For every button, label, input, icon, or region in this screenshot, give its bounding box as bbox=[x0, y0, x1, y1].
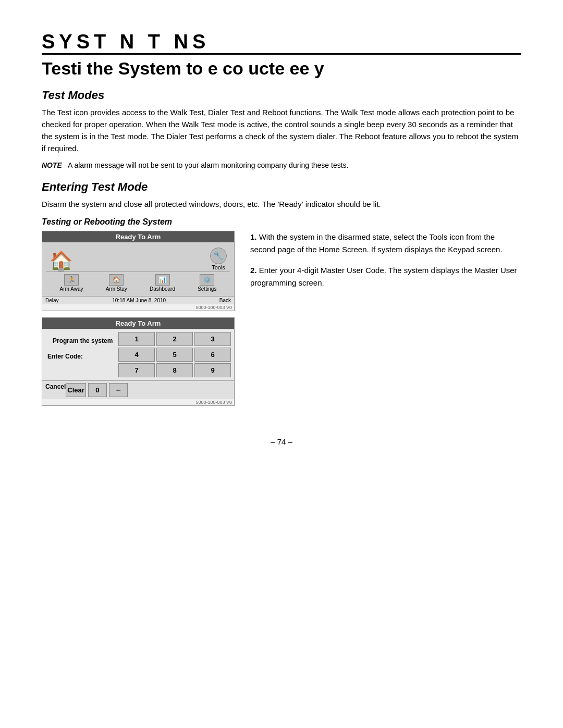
tools-area: 🔧 Tools bbox=[210, 248, 227, 270]
subsection1-para1: The Test icon provides access to the Wal… bbox=[42, 106, 521, 155]
left-column: Ready To Arm 🏠 🔧 Tools 🏃 Arm Away bbox=[42, 231, 235, 406]
step2-text: Enter your 4-digit Master User Code. The… bbox=[250, 266, 517, 287]
settings-item: ⚙️ Settings bbox=[198, 274, 216, 292]
step1-text: With the system in the disarmed state, s… bbox=[250, 232, 503, 254]
step2-number: 2. bbox=[250, 266, 257, 275]
screen1-image-id: 5000-100-003 V0 bbox=[42, 304, 234, 311]
dashboard-item: 📊 Dashboard bbox=[150, 274, 175, 292]
screen1-footer: Delay 10:18 AM June 8, 2010 Back bbox=[42, 296, 234, 304]
key-6[interactable]: 6 bbox=[194, 348, 231, 362]
settings-label: Settings bbox=[198, 286, 216, 292]
page-container: SYST N T NS Testi the System to e co uct… bbox=[42, 31, 521, 446]
footer-back: Back bbox=[219, 298, 231, 303]
tools-label: Tools bbox=[212, 264, 225, 270]
settings-icon: ⚙️ bbox=[200, 274, 214, 286]
screen1-header: Ready To Arm bbox=[42, 231, 234, 242]
screen2-box: Ready To Arm Program the system Enter Co… bbox=[42, 317, 235, 406]
two-column-layout: Ready To Arm 🏠 🔧 Tools 🏃 Arm Away bbox=[42, 231, 521, 406]
step1: 1. With the system in the disarmed state… bbox=[250, 231, 521, 256]
bottom-keys: Clear 0 ← bbox=[66, 383, 231, 397]
dashboard-label: Dashboard bbox=[150, 286, 175, 292]
key-7[interactable]: 7 bbox=[118, 363, 155, 377]
right-column: 1. With the system in the disarmed state… bbox=[250, 231, 521, 298]
key-9[interactable]: 9 bbox=[194, 363, 231, 377]
arm-away-icon: 🏃 bbox=[64, 274, 79, 286]
page-number: – 74 – bbox=[271, 437, 292, 446]
screen1-icons-row: 🏠 🔧 Tools bbox=[46, 245, 230, 272]
key-0[interactable]: 0 bbox=[88, 383, 107, 397]
chapter-title: SYST N T NS bbox=[42, 31, 521, 53]
tools-icon: 🔧 bbox=[210, 248, 227, 264]
page-footer: – 74 – bbox=[42, 437, 521, 446]
subsection1-title: Test Modes bbox=[42, 89, 521, 102]
keypad-info: Program the system Enter Code: bbox=[42, 329, 115, 380]
arm-away-item: 🏃 Arm Away bbox=[60, 274, 83, 292]
keypad-grid: 1 2 3 4 5 6 7 8 9 bbox=[115, 329, 234, 380]
program-label: Program the system bbox=[47, 333, 120, 349]
key-5[interactable]: 5 bbox=[156, 348, 193, 362]
screen1-body: 🏠 🔧 Tools 🏃 Arm Away 🏠 Ar bbox=[42, 242, 234, 296]
arm-stay-item: 🏠 Arm Stay bbox=[106, 274, 127, 292]
arm-away-label: Arm Away bbox=[60, 286, 83, 292]
key-8[interactable]: 8 bbox=[156, 363, 193, 377]
note-paragraph: NOTE A alarm message will not be sent to… bbox=[42, 160, 521, 171]
step2: 2. Enter your 4-digit Master User Code. … bbox=[250, 264, 521, 289]
footer-delay: Delay bbox=[45, 298, 59, 303]
screen2-image-id: 5000-100-003 V0 bbox=[42, 399, 234, 405]
keypad-bottom-row: Cancel Clear 0 ← bbox=[42, 380, 234, 399]
key-4[interactable]: 4 bbox=[118, 348, 155, 362]
screen2-header: Ready To Arm bbox=[42, 318, 234, 329]
section-title: Testi the System to e co ucte ee y bbox=[42, 58, 521, 79]
arm-stay-icon: 🏠 bbox=[109, 274, 124, 286]
enter-code-label: Enter Code: bbox=[47, 353, 110, 360]
key-1[interactable]: 1 bbox=[118, 332, 155, 346]
screen2-body: Program the system Enter Code: 1 2 3 4 5… bbox=[42, 329, 234, 380]
step1-number: 1. bbox=[250, 232, 257, 241]
subsubsection-title: Testing or Rebooting the System bbox=[42, 217, 521, 227]
screen1-bottom-icons: 🏃 Arm Away 🏠 Arm Stay 📊 Dashboard ⚙ bbox=[46, 272, 230, 293]
house-icon: 🏠 bbox=[50, 252, 73, 270]
backspace-button[interactable]: ← bbox=[109, 383, 128, 397]
key-3[interactable]: 3 bbox=[194, 332, 231, 346]
subsection2-title: Entering Test Mode bbox=[42, 180, 521, 194]
note-label: NOTE bbox=[42, 161, 62, 169]
note-content: A alarm message will not be sent to your… bbox=[68, 161, 348, 169]
clear-button[interactable]: Clear bbox=[66, 383, 86, 397]
chapter-header: SYST N T NS Testi the System to e co uct… bbox=[42, 31, 521, 79]
screen1-box: Ready To Arm 🏠 🔧 Tools 🏃 Arm Away bbox=[42, 231, 235, 311]
key-2[interactable]: 2 bbox=[156, 332, 193, 346]
dashboard-icon: 📊 bbox=[155, 274, 170, 286]
cancel-button[interactable]: Cancel bbox=[45, 383, 66, 397]
arm-stay-label: Arm Stay bbox=[106, 286, 127, 292]
subsection2-para1: Disarm the system and close all protecte… bbox=[42, 198, 521, 210]
footer-time: 10:18 AM June 8, 2010 bbox=[112, 298, 166, 303]
keypad-grid-area: Program the system Enter Code: 1 2 3 4 5… bbox=[42, 329, 234, 380]
